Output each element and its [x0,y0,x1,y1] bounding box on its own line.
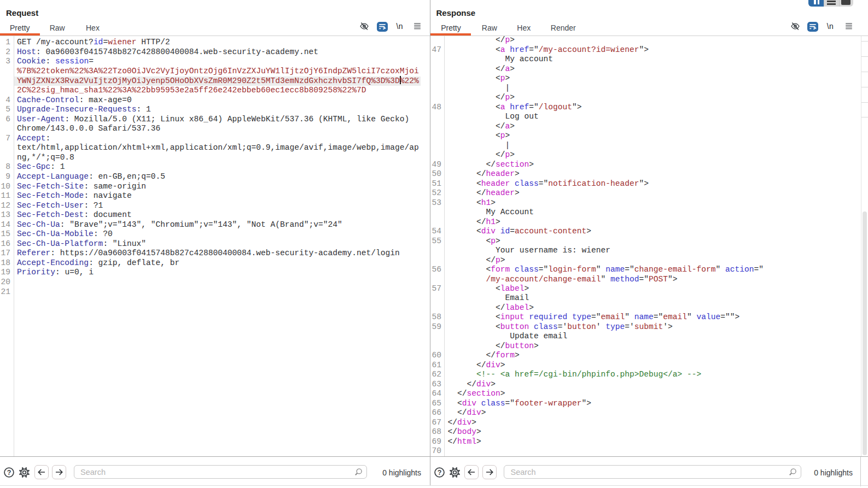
svg-text:?: ? [7,468,11,476]
svg-text:?: ? [438,468,442,476]
